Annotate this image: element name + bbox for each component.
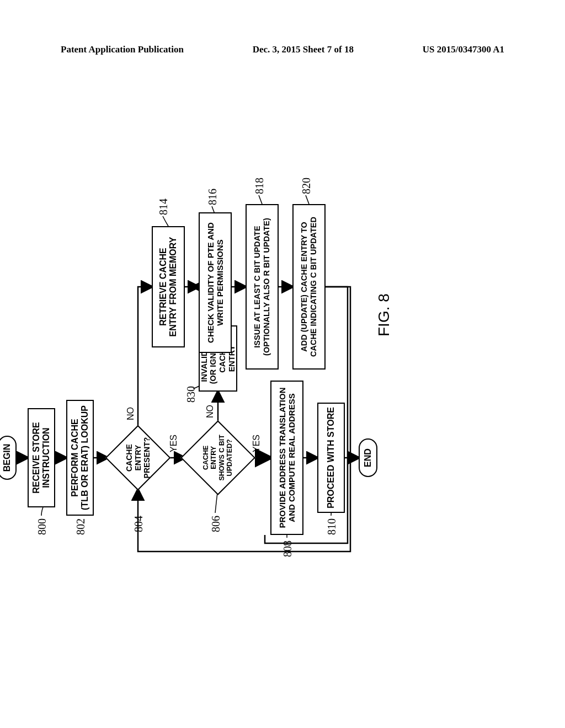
header-left: Patent Application Publication	[61, 44, 184, 55]
decision-806-text: CACHE ENTRY SHOWS C BIT UPDATED?	[202, 435, 233, 480]
node-808-text: PROVIDE ADDRESS TRANSLATION AND COMPUTE …	[278, 388, 297, 528]
figure-caption: FIG. 8	[375, 293, 393, 336]
ref-802: 802	[74, 518, 87, 535]
decision-804-text: CACHE ENTRY PRESENT?	[125, 437, 151, 479]
flowchart-figure-8: BEGIN END RECEIVE STORE INSTRUCTION PERF…	[0, 182, 546, 568]
node-820-add-update: ADD (UPDATE) CACHE ENTRY TO CACHE INDICA…	[292, 204, 326, 370]
branch-806-yes: YES	[252, 435, 262, 452]
ref-830: 830	[185, 386, 198, 403]
node-800-receive-store: RECEIVE STORE INSTRUCTION	[28, 408, 55, 507]
page-header: Patent Application Publication Dec. 3, 2…	[0, 44, 565, 55]
node-820-text: ADD (UPDATE) CACHE ENTRY TO CACHE INDICA…	[300, 217, 318, 357]
terminal-end: END	[359, 438, 377, 477]
node-808-addr-translation: PROVIDE ADDRESS TRANSLATION AND COMPUTE …	[270, 381, 303, 535]
node-814-retrieve-cache: RETRIEVE CACHE ENTRY FROM MEMORY	[152, 226, 185, 347]
node-818-issue-cbit: ISSUE AT LEAST C BIT UPDATE (OPTIONALLY …	[246, 204, 279, 370]
node-818-text: ISSUE AT LEAST C BIT UPDATE (OPTIONALLY …	[253, 218, 271, 356]
node-802-text: PERFORM CACHE (TLB OR ERAT) LOOKUP	[70, 405, 90, 510]
node-814-text: RETRIEVE CACHE ENTRY FROM MEMORY	[158, 237, 179, 337]
branch-804-no: NO	[126, 407, 136, 420]
ref-808: 808	[281, 540, 294, 557]
ref-806: 806	[210, 516, 222, 532]
header-mid: Dec. 3, 2015 Sheet 7 of 18	[253, 44, 354, 55]
header-right: US 2015/0347300 A1	[423, 44, 504, 55]
node-816-text: CHECK VALIDITY OF PTE AND WRITE PERMISSI…	[206, 222, 225, 343]
ref-816: 816	[206, 189, 219, 205]
branch-806-no: NO	[205, 405, 215, 418]
node-800-text: RECEIVE STORE INSTRUCTION	[31, 422, 52, 494]
ref-810: 810	[326, 518, 338, 535]
branch-804-yes: YES	[169, 435, 179, 452]
ref-800: 800	[36, 518, 49, 535]
node-810-proceed-store: PROCEED WITH STORE	[317, 403, 345, 513]
ref-818: 818	[253, 178, 266, 194]
node-810-text: PROCEED WITH STORE	[326, 407, 336, 508]
ref-804: 804	[132, 516, 145, 532]
node-816-check-validity: CHECK VALIDITY OF PTE AND WRITE PERMISSI…	[199, 212, 232, 353]
ref-820: 820	[300, 178, 313, 194]
ref-814: 814	[157, 199, 170, 215]
terminal-begin: BEGIN	[0, 436, 17, 480]
node-802-cache-lookup: PERFORM CACHE (TLB OR ERAT) LOOKUP	[66, 400, 94, 516]
